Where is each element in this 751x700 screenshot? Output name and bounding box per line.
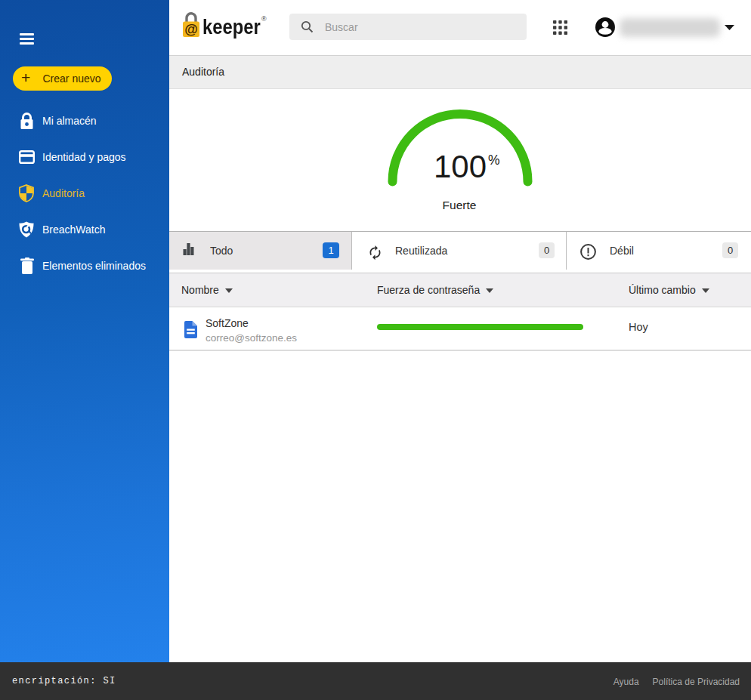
- svg-text:@: @: [184, 22, 198, 37]
